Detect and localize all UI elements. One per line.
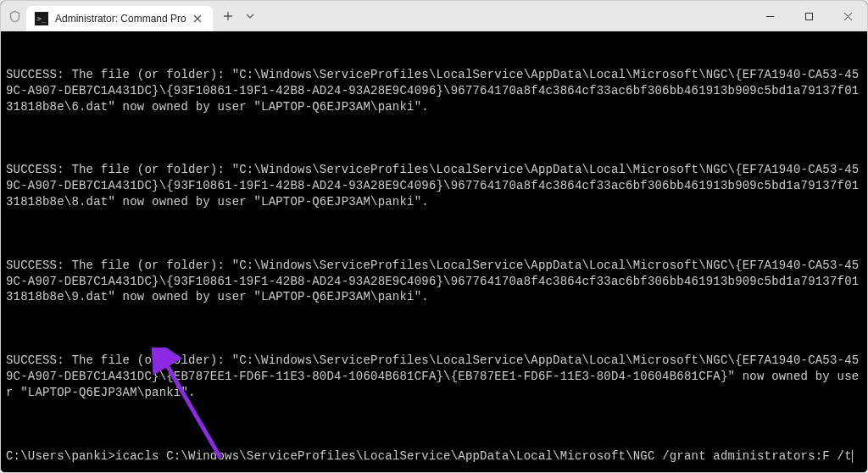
prompt-line: C:\Users\panki>icacls C:\Windows\Service… [6, 448, 862, 465]
terminal-window: >_ Administrator: Command Pro [0, 0, 868, 473]
output-line: SUCCESS: The file (or folder): "C:\Windo… [6, 67, 862, 115]
command-text: icacls C:\Windows\ServiceProfiles\LocalS… [115, 449, 852, 463]
titlebar: >_ Administrator: Command Pro [1, 1, 867, 31]
cursor [852, 450, 853, 463]
window-controls [750, 1, 867, 31]
terminal-output[interactable]: SUCCESS: The file (or folder): "C:\Windo… [1, 31, 867, 472]
tab-title: Administrator: Command Pro [55, 13, 191, 25]
shield-icon [6, 8, 23, 25]
minimize-button[interactable] [750, 1, 789, 31]
close-button[interactable] [828, 1, 867, 31]
svg-rect-5 [805, 13, 812, 19]
output-line: SUCCESS: The file (or folder): "C:\Windo… [6, 162, 862, 210]
output-line: SUCCESS: The file (or folder): "C:\Windo… [6, 353, 862, 401]
maximize-button[interactable] [789, 1, 828, 31]
chevron-down-icon[interactable] [240, 4, 260, 28]
titlebar-left: >_ Administrator: Command Pro [1, 1, 260, 31]
prompt-text: C:\Users\panki> [6, 449, 115, 463]
close-icon[interactable] [191, 12, 204, 25]
output-line: SUCCESS: The file (or folder): "C:\Windo… [6, 258, 862, 306]
tab-active[interactable]: >_ Administrator: Command Pro [26, 6, 213, 31]
new-tab-button[interactable] [216, 4, 240, 28]
terminal-icon: >_ [35, 12, 48, 25]
